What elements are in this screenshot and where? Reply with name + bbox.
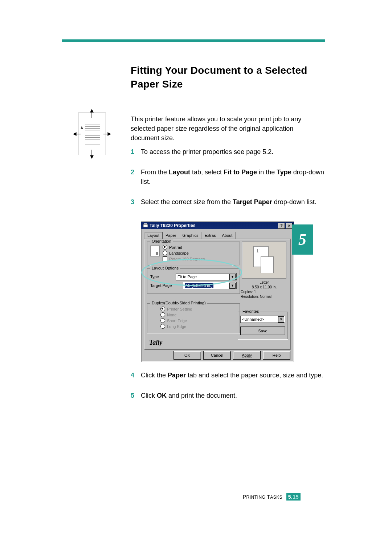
t: OK xyxy=(157,392,167,399)
t: ASKS xyxy=(270,495,282,500)
label: Portrait xyxy=(169,245,182,250)
manual-page: Fitting Your Document to a Selected Pape… xyxy=(0,0,392,555)
printer-properties-dialog: Tally T9220 Properties ? × Layout Paper … xyxy=(141,222,294,362)
page-footer: PRINTING TASKS 5.15 xyxy=(0,493,392,501)
paper-name: Letter xyxy=(241,280,288,285)
step-2: 2 From the Layout tab, select Fit to Pag… xyxy=(131,167,327,186)
tab-about[interactable]: About xyxy=(219,232,236,239)
t: Target Paper xyxy=(233,198,272,206)
step-number: 2 xyxy=(131,167,141,186)
target-page-select[interactable]: A5 (5.8x8.3 in.) ▼ xyxy=(183,282,237,289)
checkbox-icon xyxy=(163,256,167,261)
t: tab and select the paper source, size an… xyxy=(186,372,323,379)
fit-to-page-diagram: A xyxy=(78,113,106,155)
radio-icon xyxy=(160,324,165,329)
footer-section: PRINTING TASKS xyxy=(243,494,284,500)
label: Short Edge xyxy=(167,319,187,323)
apply-button[interactable]: Apply xyxy=(233,351,261,360)
layout-options-group: Layout Options Type Fit to Page ▼ Target… xyxy=(147,268,240,294)
v: 1 xyxy=(254,290,256,294)
dialog-button-row: OK Cancel Apply Help xyxy=(141,351,294,360)
ok-button[interactable]: OK xyxy=(173,351,201,360)
page-title: Fitting Your Document to a Selected Pape… xyxy=(131,64,327,91)
radio-none[interactable]: None xyxy=(160,312,237,317)
step-number: 5 xyxy=(131,391,141,400)
label: None xyxy=(167,313,176,317)
label: Long Edge xyxy=(167,324,186,329)
tab-graphics[interactable]: Graphics xyxy=(179,232,201,239)
favorites-group: Favorites <Unnamed> ▼ Save xyxy=(238,312,288,339)
select-value: Fit to Page xyxy=(177,275,197,279)
label: Landscape xyxy=(169,251,189,255)
step-text: Select the correct size from the Target … xyxy=(141,197,327,207)
t: Layout xyxy=(169,169,190,176)
radio-short-edge[interactable]: Short Edge xyxy=(160,318,237,323)
t: in the xyxy=(257,169,277,176)
radio-icon xyxy=(160,318,165,323)
tab-extras[interactable]: Extras xyxy=(201,232,219,239)
l: Copies: xyxy=(241,290,253,294)
preview-graphic xyxy=(242,242,286,279)
orientation-group: Orientation Portrait Landscape Rotate 18… xyxy=(147,242,240,266)
t: From the xyxy=(141,169,169,176)
svg-marker-7 xyxy=(108,133,111,135)
cancel-button[interactable]: Cancel xyxy=(203,351,231,360)
tab-pane-layout: Orientation Portrait Landscape Rotate 18… xyxy=(144,239,291,350)
radio-long-edge[interactable]: Long Edge xyxy=(160,324,237,329)
type-label: Type xyxy=(150,275,176,279)
printer-icon xyxy=(143,223,148,228)
step-text: To access the printer properties see pag… xyxy=(141,147,327,157)
type-select[interactable]: Fit to Page ▼ xyxy=(176,273,237,280)
intro-paragraph: This printer feature allows you to scale… xyxy=(131,114,323,143)
help-button[interactable]: Help xyxy=(263,351,290,360)
t: Click the xyxy=(141,372,168,379)
target-page-row: Target Page A5 (5.8x8.3 in.) ▼ xyxy=(150,282,237,289)
t: drop-down list. xyxy=(272,198,317,206)
step-1: 1 To access the printer properties see p… xyxy=(131,147,327,157)
radio-icon xyxy=(160,312,165,317)
step-number: 4 xyxy=(131,370,141,380)
step-3: 3 Select the correct size from the Targe… xyxy=(131,197,327,207)
paper-dim: 8.50 x 11.00 in. xyxy=(241,285,288,289)
label: Rotate 180 Degrees xyxy=(169,257,205,261)
t: RINTING xyxy=(246,495,267,500)
v: Normal xyxy=(260,295,271,299)
save-button[interactable]: Save xyxy=(240,327,285,335)
svg-rect-8 xyxy=(143,224,148,227)
svg-marker-1 xyxy=(90,109,93,112)
svg-marker-5 xyxy=(73,133,76,135)
select-value: A5 (5.8x8.3 in.) xyxy=(185,283,213,288)
tab-layout[interactable]: Layout xyxy=(144,232,163,239)
help-button[interactable]: ? xyxy=(278,223,285,229)
radio-portrait[interactable]: Portrait xyxy=(163,245,205,250)
radio-icon xyxy=(163,245,167,250)
t: tab, select xyxy=(190,169,224,176)
check-rotate-180[interactable]: Rotate 180 Degrees xyxy=(163,256,205,261)
group-legend: Layout Options xyxy=(150,266,180,270)
step-text: Click OK and print the document. xyxy=(141,391,327,400)
chevron-down-icon: ▼ xyxy=(229,274,236,280)
t: Type xyxy=(277,169,291,176)
brand-logo: Tally xyxy=(149,339,162,347)
chevron-down-icon: ▼ xyxy=(278,316,284,323)
t: Paper xyxy=(168,372,186,379)
step-list: 1 To access the printer properties see p… xyxy=(131,147,327,218)
step-text: Click the Paper tab and select the paper… xyxy=(141,370,327,380)
step-5: 5 Click OK and print the document. xyxy=(131,391,327,400)
radio-landscape[interactable]: Landscape xyxy=(163,251,205,255)
chapter-tab: 5 xyxy=(292,224,313,255)
group-legend: Favorites xyxy=(241,309,260,313)
tab-paper[interactable]: Paper xyxy=(162,232,179,239)
t: T xyxy=(267,494,270,500)
preview-page-small xyxy=(261,256,274,273)
step-number: 1 xyxy=(131,147,141,157)
svg-marker-3 xyxy=(90,155,93,158)
favorites-select[interactable]: <Unnamed> ▼ xyxy=(240,316,285,323)
radio-icon xyxy=(160,307,165,311)
dialog-titlebar: Tally T9220 Properties ? × xyxy=(141,222,294,229)
rule-thin xyxy=(62,39,325,40)
radio-printer-setting[interactable]: Printer Setting xyxy=(160,307,237,311)
t: 15 xyxy=(293,494,299,500)
step-number: 3 xyxy=(131,197,141,207)
chevron-down-icon: ▼ xyxy=(229,283,236,289)
